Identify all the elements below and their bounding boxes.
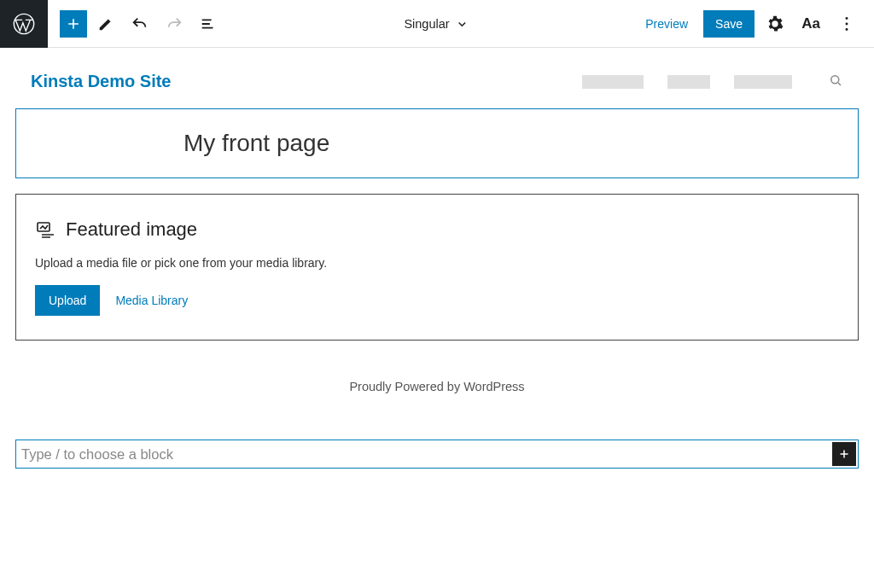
kebab-icon [837,15,856,33]
nav-placeholder[interactable] [667,75,710,89]
search-icon [828,73,843,88]
nav-placeholder[interactable] [582,75,644,89]
toolbar-right-group: Preview Save Aa [635,9,874,39]
post-title-block[interactable]: My front page [15,108,859,178]
redo-icon [165,15,184,33]
wordpress-logo[interactable] [0,0,48,48]
gear-icon [766,15,784,33]
preview-button[interactable]: Preview [635,10,698,38]
block-appender[interactable]: Type / to choose a block [15,440,859,469]
block-appender-placeholder: Type / to choose a block [21,446,832,463]
featured-image-header: Featured image [35,218,839,241]
upload-button[interactable]: Upload [35,285,100,316]
edit-mode-button[interactable] [90,9,121,39]
undo-icon [131,15,149,33]
svg-point-3 [846,27,848,30]
search-button[interactable] [828,73,843,91]
nav-placeholders [582,73,843,91]
styles-button[interactable]: Aa [795,9,826,39]
editor-toolbar: Singular Preview Save Aa [0,0,874,48]
pencil-icon [96,15,115,33]
list-view-icon [199,15,218,33]
more-options-button[interactable] [831,9,862,39]
featured-image-description: Upload a media file or pick one from you… [35,256,839,270]
settings-button[interactable] [760,9,790,39]
plus-icon [65,15,82,32]
chevron-down-icon [455,16,470,32]
featured-image-icon [35,219,55,240]
site-title[interactable]: Kinsta Demo Site [31,72,171,91]
featured-image-actions: Upload Media Library [35,285,839,316]
svg-point-4 [831,75,839,83]
svg-point-1 [846,17,848,20]
template-dropdown-label: Singular [404,17,449,31]
toolbar-left-group [48,9,224,39]
featured-image-heading: Featured image [66,218,197,241]
content-area: My front page Featured image Upload a me… [0,108,874,393]
post-title-text: My front page [184,130,690,157]
svg-point-2 [846,22,848,25]
plus-icon [836,446,852,462]
featured-image-block[interactable]: Featured image Upload a media file or pi… [15,194,859,341]
site-header: Kinsta Demo Site [0,48,874,108]
wordpress-icon [12,12,36,36]
nav-placeholder[interactable] [734,75,792,89]
redo-button[interactable] [159,9,189,39]
footer-credit: Proudly Powered by WordPress [15,380,859,393]
block-appender-add-button[interactable] [832,442,856,466]
save-button[interactable]: Save [703,10,755,38]
media-library-link[interactable]: Media Library [115,294,188,307]
undo-button[interactable] [125,9,155,39]
add-block-button[interactable] [60,10,87,38]
template-dropdown[interactable]: Singular [404,16,469,32]
list-view-button[interactable] [193,9,224,39]
